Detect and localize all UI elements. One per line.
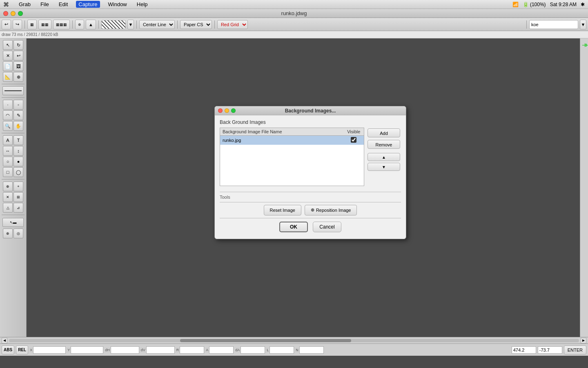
freehand-tool[interactable]: ✎	[13, 110, 23, 120]
grid-select[interactable]: Red Grid	[217, 20, 248, 29]
menu-capture[interactable]: Capture	[76, 1, 100, 8]
text-tool-2[interactable]: T	[13, 135, 23, 145]
koe-dropdown[interactable]: ▼	[580, 20, 586, 29]
koe-input[interactable]	[529, 20, 578, 29]
draw-tools-row4: · ◦	[3, 100, 23, 110]
node-tool[interactable]: ◦	[13, 100, 23, 110]
zoom-tool[interactable]: 🔍	[3, 121, 13, 131]
extra-tool-1[interactable]: △	[3, 203, 13, 213]
remove-button[interactable]: Remove	[368, 140, 400, 149]
file-table: Background Image File Name Visible runko…	[220, 128, 364, 186]
menu-grab[interactable]: Grab	[17, 1, 32, 7]
fill-tool[interactable]: ●	[13, 157, 23, 166]
snap-btn-2[interactable]: +	[13, 182, 23, 191]
ok-button[interactable]: OK	[279, 222, 308, 232]
background-images-dialog[interactable]: Background Images... Back Ground Images	[214, 106, 406, 239]
close-button[interactable]	[3, 11, 8, 16]
toolbar-sep-7	[526, 20, 527, 29]
grid-btn-2[interactable]: ▦▦	[38, 20, 51, 29]
ellipse-tool[interactable]: ◯	[13, 167, 23, 177]
grid-btn-1[interactable]: ▦	[27, 20, 37, 29]
cross2-tool[interactable]: ⊞	[13, 192, 23, 202]
hatch-pattern[interactable]	[101, 20, 126, 29]
circle-tool[interactable]: ○	[3, 157, 13, 166]
snap-tool[interactable]: ⊕	[13, 72, 23, 82]
lt-divider-3	[2, 133, 24, 133]
content-pane: 21.00 120 ↖	[27, 38, 580, 337]
n-label: N	[296, 348, 298, 352]
toolbar-sep-2	[72, 20, 73, 29]
horizontal-scrollbar[interactable]: ◀ ▶	[0, 337, 588, 343]
delete-tool[interactable]: ✕	[3, 192, 13, 202]
misc-tools-row4: □ ◯	[3, 167, 23, 177]
move-down-button[interactable]: ▼	[368, 163, 400, 171]
misc-tools-row2: ↔ ↕	[3, 146, 23, 156]
menu-window[interactable]: Window	[107, 1, 129, 7]
reset-image-button[interactable]: Reset Image	[264, 205, 301, 215]
a-field: A	[206, 346, 234, 354]
image-tool[interactable]: 🖼	[13, 61, 23, 71]
arrow-up-btn[interactable]: ▲	[86, 20, 96, 29]
grid-btn-3[interactable]: ▦▦▦	[53, 20, 70, 29]
lt-divider-4	[2, 179, 24, 180]
layer-btn[interactable]: ⊕	[75, 20, 84, 29]
redo-button[interactable]: ↪	[13, 20, 22, 29]
menu-edit[interactable]: Edit	[57, 1, 69, 7]
window-controls	[3, 11, 23, 16]
pan-tool[interactable]: ✋	[13, 121, 23, 131]
undo-button[interactable]: ↩	[2, 20, 11, 29]
abs-button[interactable]: ABS	[2, 346, 14, 355]
layer-select-tool[interactable]: 📄	[3, 61, 13, 71]
menu-bar: ⌘ Grab File Edit Capture Window Help 📶 🔋…	[0, 0, 588, 9]
apple-menu[interactable]: ⌘	[3, 1, 9, 8]
extra-tool-2[interactable]: ⊿	[13, 203, 23, 213]
rel-button[interactable]: REL	[16, 346, 28, 355]
add-button[interactable]: Add	[368, 128, 400, 137]
hatch-dropdown[interactable]: ▼	[127, 20, 134, 29]
coord-system-select[interactable]: Paper CS	[180, 20, 212, 29]
minimize-button[interactable]	[11, 11, 16, 16]
mode-btn-1[interactable]: ⊕	[3, 229, 13, 238]
arc-tool[interactable]: ◠	[3, 110, 13, 120]
enter-button[interactable]: ENTER	[564, 346, 586, 355]
curve-tool[interactable]: ↩	[13, 51, 23, 61]
col-visible: Visible	[344, 128, 364, 136]
cross-tool[interactable]: ✕	[3, 51, 13, 61]
info-text: draw 73 ms / 29831 / 88220 kB	[2, 32, 58, 37]
point-tool[interactable]: ·	[3, 100, 13, 110]
mode-btn-2[interactable]: ◎	[13, 229, 23, 238]
reposition-image-button[interactable]: ⊕ Reposition Image	[305, 205, 357, 215]
measure-tool[interactable]: 📐	[3, 72, 13, 82]
select-tool[interactable]: ↖	[3, 40, 13, 50]
move-up-button[interactable]: ▲	[368, 153, 400, 161]
rotate-tool[interactable]: ↻	[13, 40, 23, 50]
dim-tool-1[interactable]: ↔	[3, 146, 13, 156]
n-field: N	[296, 346, 324, 354]
dialog-close-btn[interactable]	[218, 108, 223, 113]
da-field: dA	[235, 346, 265, 354]
x-label: X	[30, 348, 32, 352]
maximize-button[interactable]	[18, 11, 23, 16]
wifi-icon: 📶	[512, 2, 519, 7]
menu-help[interactable]: Help	[135, 1, 149, 7]
h-scroll-thumb[interactable]	[180, 339, 351, 342]
visible-cell[interactable]	[344, 136, 364, 145]
rect-tool[interactable]: □	[3, 167, 13, 177]
dialog-max-btn[interactable]	[231, 108, 236, 113]
dialog-title: Background Images...	[285, 108, 336, 114]
toolbar-sep-1	[24, 20, 25, 29]
dim-tool-2[interactable]: ↕	[13, 146, 23, 156]
text-tool-1[interactable]: A	[3, 135, 13, 145]
line-style-select[interactable]: Center Line	[139, 20, 175, 29]
menu-file[interactable]: File	[39, 1, 51, 7]
cancel-button[interactable]: Cancel	[313, 222, 341, 232]
dialog-min-btn[interactable]	[225, 108, 229, 113]
scroll-right-btn[interactable]: ▶	[581, 338, 586, 343]
visible-checkbox[interactable]	[351, 137, 356, 143]
scroll-left-btn[interactable]: ◀	[2, 338, 7, 343]
pointer-mode-btn[interactable]: ↖▬	[2, 218, 24, 227]
file-row[interactable]: runko.jpg	[220, 136, 364, 145]
line-tool[interactable]	[2, 86, 24, 95]
h-scroll-track[interactable]	[9, 339, 579, 342]
snap-btn-1[interactable]: ⊕	[3, 182, 13, 191]
